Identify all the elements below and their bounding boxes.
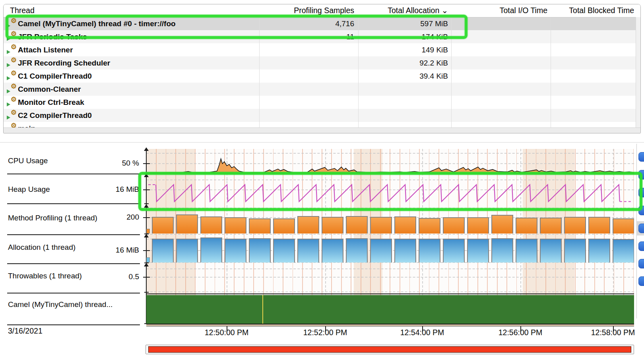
- allocation-bar: [370, 239, 392, 262]
- lane-control-button[interactable]: [638, 241, 644, 251]
- allocation-bar: [564, 239, 586, 262]
- play-triangle-icon: [7, 37, 10, 41]
- column-divider: [451, 4, 452, 128]
- timeline-plot-area[interactable]: [146, 149, 634, 324]
- time-label: 12:50:00 PM: [205, 328, 249, 337]
- lane-scale-throwables-1-thread: 0.5: [80, 272, 139, 281]
- thread-row[interactable]: ⚙C2 CompilerThread0: [4, 109, 640, 122]
- play-triangle-icon: [7, 89, 10, 93]
- lane-control-button[interactable]: [638, 224, 644, 233]
- thread-name: Attach Listener: [18, 43, 73, 56]
- thread-row[interactable]: ⚙Monitor Ctrl-Break: [4, 96, 640, 109]
- method-profiling-bar: [176, 214, 198, 234]
- jmc-threads-view: ThreadProfiling SamplesTotal Allocation …: [0, 0, 644, 359]
- method-profiling-bar: [370, 217, 392, 234]
- date-label: 3/16/2021: [8, 326, 43, 336]
- allocation-bar: [467, 239, 489, 262]
- lane-scale-method-profiling-1-thread: 200: [80, 213, 139, 222]
- thread-row[interactable]: ⚙JFR Periodic Tasks11174 KiB: [4, 30, 640, 44]
- thread-gear-icon: ⚙: [7, 111, 16, 120]
- allocation-bar: [322, 239, 343, 262]
- column-header-thread[interactable]: Thread: [10, 6, 35, 15]
- cell-total-allocation: 597 MiB: [361, 17, 448, 30]
- gear-icon: ⚙: [11, 43, 17, 51]
- threads-table: ThreadProfiling SamplesTotal Allocation …: [3, 4, 641, 133]
- thread-gear-icon: ⚙: [7, 71, 16, 81]
- lane-control-button[interactable]: [638, 188, 644, 197]
- allocation-bar: [176, 239, 198, 262]
- allocation-bar: [540, 239, 562, 262]
- method-profiling-bar: [249, 218, 271, 234]
- allocation-bar: [273, 239, 295, 262]
- lane-separator: [7, 234, 140, 235]
- lane-separator: [7, 324, 140, 325]
- thread-row[interactable]: ⚙Attach Listener149 KiB: [4, 43, 640, 57]
- event-marker-line: [262, 295, 263, 324]
- cell-total-allocation: 39.4 KiB: [361, 69, 448, 83]
- thread-name: JFR Periodic Tasks: [18, 30, 87, 43]
- lane-label-heap-usage: Heap Usage: [8, 185, 50, 194]
- lane-label-cpu-usage: CPU Usage: [8, 156, 48, 165]
- play-triangle-icon: [7, 116, 10, 120]
- thread-gear-icon: ⚙: [7, 32, 16, 41]
- lane-control-button[interactable]: [638, 259, 644, 268]
- table-rows: ⚙Camel (MyTinyCamel) thread #0 - timer:/…: [4, 17, 640, 133]
- column-divider: [358, 4, 359, 128]
- allocation-bar: [443, 239, 465, 262]
- allocation-bar: [200, 237, 222, 262]
- allocation-bar: [588, 239, 610, 262]
- allocation-bar: [249, 238, 271, 262]
- method-profiling-bar: [564, 217, 586, 234]
- column-divider: [551, 4, 551, 128]
- thread-row[interactable]: ⚙JFR Recording Scheduler92.2 KiB: [4, 56, 640, 70]
- lane-control-button[interactable]: [638, 170, 644, 180]
- thread-row[interactable]: ⚙Common-Cleaner: [4, 83, 640, 96]
- play-triangle-icon: [7, 50, 10, 54]
- method-profiling-bar: [613, 218, 634, 234]
- method-profiling-bar: [443, 217, 465, 234]
- table-vertical-scrollbar[interactable]: [636, 17, 640, 128]
- thread-name: Monitor Ctrl-Break: [18, 96, 84, 109]
- column-header-blocked[interactable]: Total Blocked Time: [515, 6, 634, 15]
- method-profiling-bar: [419, 218, 440, 234]
- play-triangle-icon: [7, 24, 10, 28]
- camel-thread-activity-bar[interactable]: [146, 295, 634, 324]
- method-profiling-bar: [322, 217, 343, 234]
- cell-profiling-samples: 11: [267, 30, 354, 43]
- lane-control-button[interactable]: [638, 152, 644, 162]
- lane-label-throwables-1-thread: Throwables (1 thread): [8, 272, 82, 280]
- range-selector-track[interactable]: [145, 345, 634, 354]
- method-profiling-bar: [273, 218, 295, 234]
- allocation-bar: [152, 239, 174, 262]
- gear-icon: ⚙: [11, 17, 17, 25]
- lane-control-button[interactable]: [638, 206, 644, 215]
- allocation-bar: [419, 239, 440, 262]
- gear-icon: ⚙: [11, 95, 17, 104]
- thread-gear-icon: ⚙: [7, 45, 16, 54]
- cell-total-allocation: 92.2 KiB: [361, 56, 448, 69]
- camel-lane-top-border: [146, 293, 634, 294]
- play-triangle-icon: [7, 63, 10, 67]
- gear-icon: ⚙: [11, 56, 17, 64]
- gear-icon: ⚙: [11, 108, 17, 117]
- thread-row[interactable]: ⚙C1 CompilerThread039.4 KiB: [4, 69, 640, 83]
- method-profiling-bar: [516, 218, 537, 234]
- range-selector-thumb[interactable]: [148, 346, 631, 353]
- column-divider: [259, 4, 260, 128]
- gear-icon: ⚙: [11, 82, 17, 91]
- method-bar-stub: [146, 229, 150, 234]
- lane-control-button[interactable]: [638, 276, 644, 286]
- thread-row[interactable]: ⚙Camel (MyTinyCamel) thread #0 - timer:/…: [4, 17, 640, 31]
- method-profiling-bar: [200, 216, 222, 234]
- thread-gear-icon: ⚙: [7, 85, 16, 94]
- thread-name: Common-Cleaner: [18, 83, 81, 96]
- time-label: 12:56:00 PM: [499, 328, 543, 337]
- method-profiling-bar: [346, 216, 368, 234]
- table-header: ThreadProfiling SamplesTotal Allocation …: [4, 4, 640, 17]
- allocation-bar: [491, 238, 513, 262]
- cell-total-allocation: 149 KiB: [361, 43, 448, 56]
- method-profiling-bar: [588, 217, 610, 234]
- thread-name: C2 CompilerThread0: [18, 109, 92, 122]
- table-horizontal-scrollbar[interactable]: [4, 127, 640, 133]
- cell-total-allocation: 174 KiB: [361, 30, 448, 43]
